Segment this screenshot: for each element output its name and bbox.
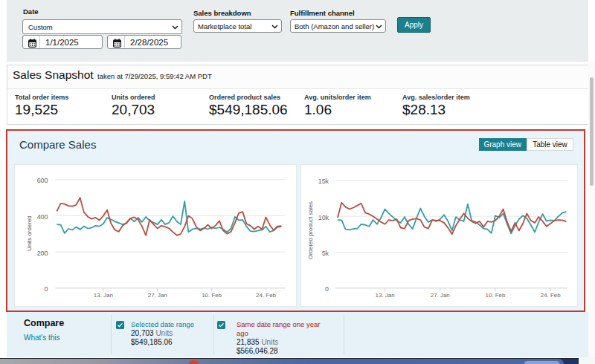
svg-text:5k: 5k: [321, 250, 329, 257]
svg-text:200: 200: [37, 250, 48, 257]
svg-text:0: 0: [45, 285, 48, 293]
svg-text:400: 400: [37, 213, 48, 221]
svg-text:10. Feb: 10. Feb: [202, 292, 222, 299]
svg-text:27. Jan: 27. Jan: [430, 292, 449, 299]
svg-text:27. Jan: 27. Jan: [148, 292, 167, 299]
svg-text:0: 0: [325, 285, 329, 293]
svg-text:24. Feb: 24. Feb: [256, 292, 276, 299]
svg-text:600: 600: [37, 177, 48, 184]
svg-text:13. Jan: 13. Jan: [375, 292, 394, 299]
svg-text:Ordered product sales: Ordered product sales: [306, 201, 313, 259]
svg-text:10k: 10k: [318, 214, 329, 221]
svg-text:15k: 15k: [318, 178, 329, 185]
svg-text:13. Jan: 13. Jan: [94, 292, 113, 299]
svg-text:Units ordered: Units ordered: [26, 215, 33, 250]
svg-text:10. Feb: 10. Feb: [485, 292, 505, 299]
svg-text:24. Feb: 24. Feb: [540, 292, 560, 299]
